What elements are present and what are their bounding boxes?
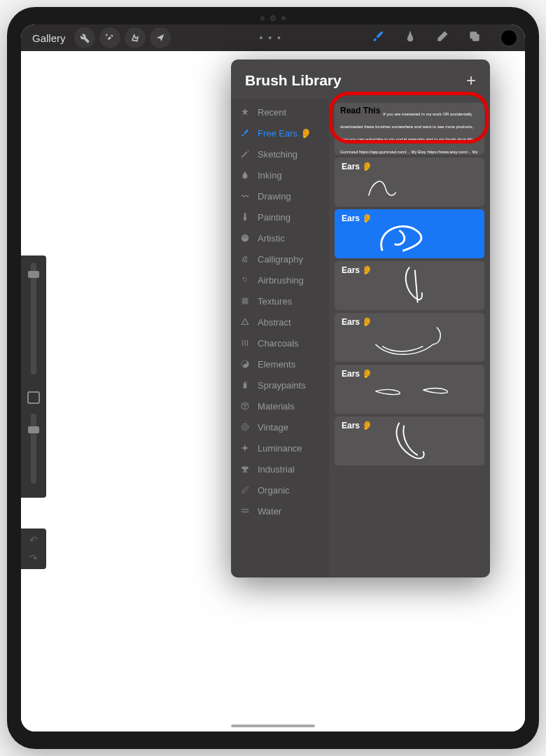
triangle-icon — [239, 316, 251, 328]
brush-name: Ears 👂 — [342, 369, 477, 379]
brush-icon — [239, 127, 251, 139]
wand-button[interactable] — [99, 27, 120, 48]
category-label: Materials — [258, 401, 295, 412]
readthis-title: Read This — [340, 106, 380, 115]
topbar-center: • • • — [175, 32, 367, 43]
texture-icon — [239, 295, 251, 307]
select-button[interactable] — [125, 27, 146, 48]
svg-rect-13 — [244, 384, 247, 388]
wrench-button[interactable] — [74, 27, 95, 48]
wrench-icon — [79, 32, 90, 43]
home-indicator[interactable] — [231, 724, 315, 727]
category-item[interactable]: Vintage — [231, 416, 329, 438]
sparkle-icon — [239, 442, 251, 454]
layers-button[interactable] — [468, 29, 482, 46]
category-item[interactable]: Spraypaints — [231, 374, 329, 396]
category-label: Artistic — [258, 233, 285, 244]
category-item[interactable]: Organic — [231, 479, 329, 500]
category-item[interactable]: Water — [231, 500, 329, 522]
category-item[interactable]: Industrial — [231, 458, 329, 479]
category-item[interactable]: Elements — [231, 354, 329, 374]
spray-icon — [239, 274, 251, 286]
color-swatch[interactable] — [500, 29, 518, 47]
wand-icon — [104, 32, 115, 43]
svg-point-10 — [246, 282, 246, 283]
eraser-tool-button[interactable] — [435, 29, 449, 46]
category-item[interactable]: Sketching — [231, 144, 329, 164]
eraser-icon — [435, 29, 449, 43]
category-label: Painting — [258, 212, 290, 223]
category-label: Charcoals — [258, 338, 299, 349]
undo-redo-panel: ↶ ↷ — [21, 528, 46, 569]
category-label: Vintage — [258, 422, 288, 433]
brush-size-slider[interactable] — [31, 262, 36, 374]
category-label: Drawing — [258, 191, 291, 202]
waves-icon — [239, 505, 251, 517]
sidebar-toolbar — [21, 255, 46, 498]
script-icon — [239, 253, 251, 265]
category-item[interactable]: Inking — [231, 164, 329, 186]
brush-icon — [371, 29, 385, 43]
brush-item[interactable]: Ears 👂 — [335, 365, 484, 414]
popover-header: Brush Library + — [231, 59, 490, 99]
category-label: Organic — [258, 485, 290, 496]
topbar-right — [371, 29, 518, 47]
add-brush-button[interactable]: + — [466, 71, 476, 90]
brush-item[interactable]: Ears 👂 — [335, 416, 484, 465]
brush-tool-button[interactable] — [371, 29, 385, 46]
svg-point-4 — [244, 235, 246, 237]
star-icon — [239, 106, 251, 118]
anvil-icon — [239, 463, 251, 475]
smudge-icon — [403, 29, 417, 43]
brush-name: Ears 👂 — [342, 265, 477, 275]
redo-button[interactable]: ↷ — [29, 552, 38, 564]
svg-point-17 — [241, 424, 248, 430]
undo-button[interactable]: ↶ — [29, 534, 38, 545]
cube-icon — [239, 400, 251, 412]
svg-point-16 — [248, 384, 248, 384]
svg-point-6 — [243, 278, 244, 279]
ellipsis-icon[interactable]: • • • — [260, 32, 282, 43]
paintbrush-icon — [239, 211, 251, 223]
category-item[interactable]: Painting — [231, 206, 329, 227]
svg-point-5 — [246, 237, 247, 238]
modify-button[interactable] — [27, 391, 40, 404]
svg-point-3 — [243, 237, 244, 238]
category-label: Calligraphy — [258, 254, 303, 265]
category-item[interactable]: Materials — [231, 396, 329, 416]
gallery-button[interactable]: Gallery — [28, 29, 70, 47]
popover-arrow — [354, 59, 368, 61]
ipad-frame: Gallery • • • — [7, 7, 539, 749]
badge-icon — [239, 421, 251, 433]
category-label: Industrial — [258, 464, 295, 475]
category-item[interactable]: Free Ears 👂 — [231, 122, 329, 144]
transform-button[interactable] — [150, 27, 171, 48]
brush-item[interactable]: Ears 👂 — [335, 313, 484, 362]
brush-item[interactable]: Ears 👂 — [335, 158, 484, 206]
category-item[interactable]: Recent — [231, 102, 329, 122]
brush-item[interactable]: Ears 👂 — [335, 261, 484, 310]
category-item[interactable]: Textures — [231, 290, 329, 312]
category-label: Water — [258, 506, 281, 517]
category-item[interactable]: Airbrushing — [231, 270, 329, 290]
squiggle-icon — [239, 190, 251, 202]
category-item[interactable]: Calligraphy — [231, 248, 329, 270]
category-item[interactable]: Charcoals — [231, 332, 329, 354]
category-item[interactable]: Abstract — [231, 312, 329, 332]
brush-item[interactable]: Ears 👂 — [335, 209, 484, 258]
category-label: Spraypaints — [258, 380, 306, 391]
svg-rect-14 — [244, 382, 246, 383]
brush-list[interactable]: Read ThisIf you are interested in my wor… — [329, 99, 490, 578]
pencil-icon — [239, 148, 251, 160]
category-list[interactable]: RecentFree Ears 👂SketchingInkingDrawingP… — [231, 99, 329, 578]
brush-item-readthis[interactable]: Read ThisIf you are interested in my wor… — [335, 103, 484, 155]
category-item[interactable]: Artistic — [231, 227, 329, 248]
can-icon — [239, 379, 251, 391]
category-item[interactable]: Luminance — [231, 438, 329, 458]
opacity-slider[interactable] — [31, 414, 36, 484]
smudge-tool-button[interactable] — [403, 29, 417, 46]
popover-title: Brush Library — [245, 72, 342, 89]
category-item[interactable]: Drawing — [231, 186, 329, 206]
svg-point-8 — [246, 279, 247, 281]
brush-name: Ears 👂 — [342, 162, 477, 172]
